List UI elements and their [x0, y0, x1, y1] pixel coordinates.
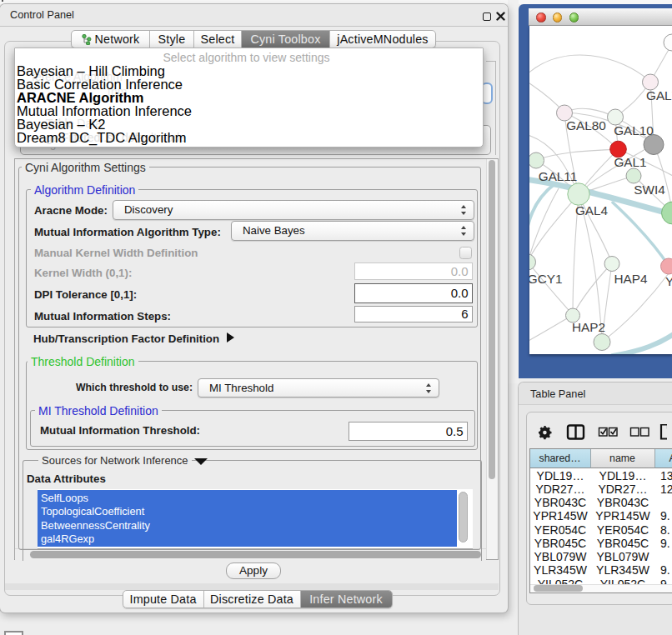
- svg-text:GAL4: GAL4: [574, 203, 608, 218]
- svg-text:SWI4: SWI4: [634, 182, 665, 197]
- svg-text:HAP4: HAP4: [614, 272, 647, 286]
- svg-text:GAL1: GAL1: [614, 155, 646, 169]
- svg-text:YM: YM: [665, 274, 672, 288]
- svg-text:GAL80: GAL80: [566, 118, 606, 132]
- svg-text:GAL10: GAL10: [614, 123, 654, 138]
- svg-text:GCY1: GCY1: [529, 272, 562, 286]
- svg-text:HAP2: HAP2: [572, 320, 605, 334]
- svg-text:GAL11: GAL11: [538, 169, 577, 183]
- svg-text:GAL7: GAL7: [646, 88, 672, 102]
